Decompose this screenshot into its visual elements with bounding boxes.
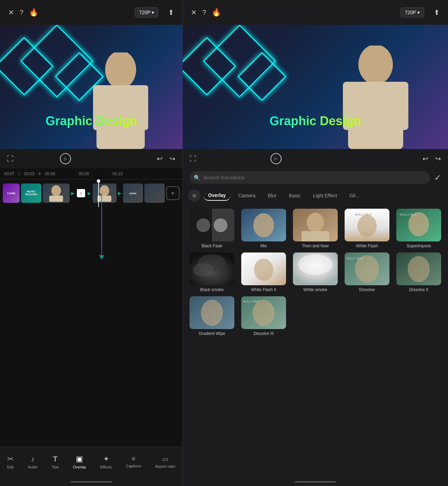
help-button-right[interactable]: ?	[202, 9, 206, 17]
clip-anima[interactable]: anima	[123, 184, 143, 203]
thumb-black-smoke	[190, 252, 234, 285]
thumb-gradient-wipe	[190, 296, 234, 329]
label-white-flash-2: White Flash II	[251, 287, 276, 292]
transition-black-fade[interactable]: Black Fade	[188, 209, 236, 248]
arrow-tip	[99, 255, 104, 259]
thumb-mix	[241, 209, 286, 241]
svg-point-0	[105, 52, 136, 89]
close-button-left[interactable]: ✕	[8, 8, 14, 17]
filter-camera[interactable]: Camera	[233, 191, 260, 200]
play-button-left[interactable]: ▷	[60, 153, 71, 164]
controls-bar-right: ⛶ ▷ ↩ ↪	[183, 149, 448, 168]
thumb-svg-blacksmoke	[190, 252, 234, 285]
transition-superimpose[interactable]: BULLY BUS Superimpose	[395, 209, 442, 248]
transition-marker[interactable]: |	[76, 184, 86, 203]
audio-icon: ♪	[31, 455, 34, 464]
thumb-svg-dissolve3: BULLY BUS	[241, 296, 286, 329]
clip-arrow-1: ▶	[71, 190, 75, 196]
filter-overlay[interactable]: Overlay	[203, 190, 231, 201]
label-then-now: Then and Now	[302, 244, 329, 248]
home-bar-right	[295, 481, 336, 483]
filter-basic[interactable]: Basic	[284, 191, 305, 200]
timeline-ticks: 00:06 00:08 00:10	[45, 171, 178, 176]
upload-button-right[interactable]: ⬆	[434, 8, 440, 17]
redo-button-right[interactable]: ↪	[435, 155, 441, 163]
redo-button-left[interactable]: ↪	[170, 155, 175, 163]
fullscreen-button-left[interactable]: ⛶	[7, 155, 14, 163]
filter-light-effect[interactable]: Light Effect	[308, 191, 342, 200]
toolbar-edit[interactable]: ✂ Edit	[7, 455, 14, 469]
quality-selector-left[interactable]: 720P ▾	[135, 7, 159, 18]
timeline-tracks[interactable]: COME RETROTELEVISIO ▶ | ▶	[0, 179, 182, 207]
filter-blur[interactable]: Blur	[263, 191, 281, 200]
transition-white-flash[interactable]: BULLY BUS White Flash	[343, 209, 391, 248]
filter-gli[interactable]: Gli...	[345, 191, 364, 200]
search-input[interactable]	[190, 171, 430, 184]
thumb-svg-whitesmoke	[293, 252, 338, 285]
quality-selector-right[interactable]: 720P ▾	[400, 7, 424, 18]
label-dissolve-3: Dissolve III	[254, 331, 274, 336]
thumb-dissolve3: BULLY BUS	[241, 296, 286, 329]
clip-last[interactable]	[144, 184, 165, 203]
toolbar-aspect-ratio[interactable]: ▭ Aspect ratio	[155, 455, 175, 468]
label-superimpose: Superimpose	[407, 244, 431, 248]
close-button-right[interactable]: ✕	[191, 8, 197, 17]
transition-dissolve[interactable]: BULLY BUS Dissolve	[343, 252, 391, 292]
play-button-right[interactable]: ▷	[271, 153, 282, 164]
right-header: ✕ ? 🔥 720P ▾ ⬆	[183, 0, 448, 25]
clip-transition-icon[interactable]: |	[77, 189, 85, 197]
fullscreen-button-right[interactable]: ⛶	[190, 155, 196, 163]
toolbar-text[interactable]: T Text	[52, 455, 59, 469]
undo-button-left[interactable]: ↩	[157, 155, 163, 163]
graphic-design-label-left: Graphic Design	[45, 114, 137, 128]
toolbar-captions[interactable]: ≡ Captions	[126, 455, 141, 468]
transition-gradient-wipe[interactable]: Gradient Wipe	[188, 296, 236, 336]
flame-icon-right: 🔥	[212, 8, 221, 17]
aspect-ratio-icon: ▭	[162, 455, 168, 463]
svg-point-14	[196, 218, 210, 232]
overlay-label: Overlay	[73, 465, 86, 469]
svg-point-17	[253, 213, 274, 237]
clip-welcome[interactable]: COME	[3, 184, 20, 203]
svg-text:BULLY BUS: BULLY BUS	[243, 300, 260, 303]
transition-white-smoke[interactable]: White smoke	[292, 252, 339, 292]
svg-rect-11	[389, 82, 408, 130]
controls-bar-left: ⛶ ▷ ↩ ↪	[0, 149, 182, 168]
clip-arrow-3: ▶	[118, 190, 122, 196]
confirm-search-button[interactable]: ✓	[434, 173, 441, 182]
thumb-svg-mix	[241, 209, 286, 241]
undo-button-right[interactable]: ↩	[422, 155, 428, 163]
transition-dissolve-2[interactable]: Dissolve II	[395, 252, 442, 292]
filter-tabs: ⊘ Overlay Camera Blur Basic Light Effect…	[183, 187, 448, 205]
toolbar-overlay[interactable]: ▣ Overlay	[73, 455, 86, 469]
label-white-smoke: White smoke	[303, 287, 327, 292]
label-mix: Mix	[261, 244, 267, 248]
transition-then-now[interactable]: Then and Now	[292, 209, 339, 248]
transition-mix[interactable]: Mix	[240, 209, 287, 248]
left-panel: ✕ ? 🔥 720P ▾ ⬆ Graphic Design ⛶ ▷	[0, 0, 183, 486]
video-preview-left: Graphic Design	[0, 25, 183, 149]
transitions-grid: Black Fade Mix	[183, 205, 448, 340]
thumb-then-now	[293, 209, 338, 241]
help-button-left[interactable]: ?	[20, 9, 23, 17]
toolbar-effects[interactable]: ✦ Effects	[100, 455, 112, 469]
clip-retro[interactable]: RETROTELEVISIO	[21, 184, 41, 203]
transition-white-flash-2[interactable]: White Flash II	[240, 252, 287, 292]
svg-point-19	[307, 213, 324, 232]
clip-design[interactable]	[93, 184, 116, 203]
filter-none[interactable]: ⊘	[188, 189, 201, 202]
svg-point-42	[253, 300, 275, 326]
svg-point-4	[51, 185, 61, 196]
thumb-white-flash: BULLY BUS	[345, 209, 389, 241]
add-clip-button[interactable]: +	[166, 186, 180, 200]
effects-label: Effects	[100, 465, 112, 469]
clip-main[interactable]	[43, 184, 70, 203]
transition-black-smoke[interactable]: Black smoke	[188, 252, 236, 292]
graphic-design-label-right: Graphic Design	[269, 114, 361, 128]
thumb-black-fade	[190, 209, 234, 241]
toolbar-audio[interactable]: ♪ Audio	[28, 455, 38, 469]
svg-text:BULLY BUS: BULLY BUS	[355, 213, 372, 216]
label-gradient-wipe: Gradient Wipe	[199, 331, 225, 336]
upload-button-left[interactable]: ⬆	[168, 8, 174, 17]
transition-dissolve-3[interactable]: BULLY BUS Dissolve III	[240, 296, 287, 336]
